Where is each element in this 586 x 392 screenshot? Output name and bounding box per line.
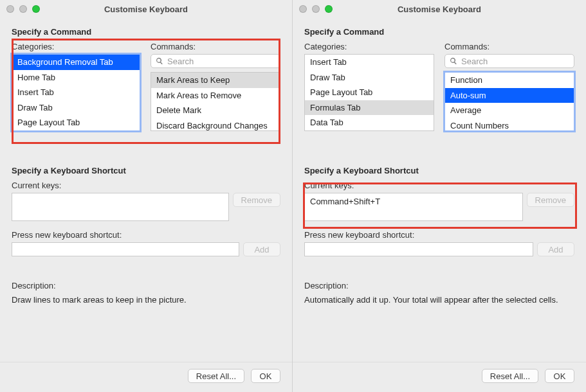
commands-label: Commands: (151, 42, 280, 51)
categories-list[interactable]: Insert TabDraw TabPage Layout TabFormula… (304, 54, 434, 131)
window-title: Customise Keyboard (0, 4, 292, 14)
ok-button[interactable]: OK (545, 369, 574, 383)
reset-all-button[interactable]: Reset All... (188, 369, 244, 383)
remove-button[interactable]: Remove (233, 193, 280, 207)
remove-button[interactable]: Remove (527, 193, 574, 207)
press-new-label: Press new keyboard shortcut: (12, 230, 280, 240)
categories-label: Categories: (12, 42, 140, 51)
list-item[interactable]: Draw Tab (305, 70, 434, 85)
current-keys-box[interactable]: Command+Shift+T (304, 193, 523, 221)
add-button[interactable]: Add (243, 242, 280, 256)
current-keys-box[interactable] (12, 193, 229, 221)
list-item[interactable]: Delete Mark (151, 103, 280, 118)
list-item[interactable]: Formulas Tab (305, 100, 434, 116)
window-title: Customise Keyboard (293, 4, 586, 14)
description-label: Description: (304, 281, 574, 290)
categories-label: Categories: (304, 42, 434, 51)
list-item[interactable]: Page Layout Tab (12, 115, 140, 130)
list-item[interactable]: Home Tab (12, 70, 140, 85)
list-item[interactable]: Auto-sum (445, 88, 574, 103)
window-right: Customise Keyboard Specify a Command Cat… (293, 0, 586, 392)
current-keys-label: Current keys: (12, 181, 280, 190)
list-item[interactable]: Page Layout Tab (305, 85, 434, 100)
description-text: Draw lines to mark areas to keep in the … (12, 294, 280, 306)
specify-command-heading: Specify a Command (304, 27, 574, 37)
list-item[interactable]: Count Numbers (445, 118, 574, 131)
search-commands[interactable] (444, 54, 574, 68)
list-item[interactable]: Draw Tab (12, 100, 140, 116)
list-item[interactable]: Function (445, 73, 574, 88)
titlebar: Customise Keyboard (0, 0, 292, 18)
commands-list[interactable]: Mark Areas to KeepMark Areas to RemoveDe… (151, 72, 280, 131)
add-button[interactable]: Add (537, 242, 574, 256)
specify-command-heading: Specify a Command (12, 27, 280, 37)
new-shortcut-input[interactable] (304, 242, 533, 256)
press-new-label: Press new keyboard shortcut: (304, 230, 574, 240)
reset-all-button[interactable]: Reset All... (482, 369, 538, 383)
list-item[interactable]: Data Tab (305, 115, 434, 130)
titlebar: Customise Keyboard (293, 0, 586, 18)
search-input[interactable] (167, 57, 275, 66)
commands-label: Commands: (444, 42, 574, 51)
description-label: Description: (12, 281, 280, 290)
list-item[interactable]: Formulas Tab (12, 130, 140, 131)
commands-list[interactable]: FunctionAuto-sumAverageCount NumbersMax (444, 72, 574, 131)
categories-list[interactable]: Background Removal TabHome TabInsert Tab… (12, 54, 140, 131)
list-item[interactable]: Mark Areas to Remove (151, 88, 280, 103)
search-icon (156, 57, 163, 65)
specify-shortcut-heading: Specify a Keyboard Shortcut (304, 166, 574, 175)
current-keys-label: Current keys: (304, 181, 574, 190)
list-item[interactable]: Insert Tab (305, 55, 434, 70)
search-commands[interactable] (151, 54, 280, 68)
description-text: Automatically add it up. Your total will… (304, 294, 574, 306)
new-shortcut-input[interactable] (12, 242, 239, 256)
list-item[interactable]: Insert Tab (12, 85, 140, 100)
search-icon (450, 57, 457, 65)
list-item[interactable]: Review Tab (305, 130, 434, 131)
list-item[interactable]: Background Removal Tab (12, 55, 140, 70)
specify-shortcut-heading: Specify a Keyboard Shortcut (12, 166, 280, 175)
list-item[interactable]: Mark Areas to Keep (151, 73, 280, 88)
list-item[interactable]: Discard Background Changes (151, 118, 280, 131)
window-left: Customise Keyboard Specify a Command Cat… (0, 0, 293, 392)
search-input[interactable] (461, 57, 569, 66)
ok-button[interactable]: OK (251, 369, 280, 383)
list-item[interactable]: Average (445, 103, 574, 118)
